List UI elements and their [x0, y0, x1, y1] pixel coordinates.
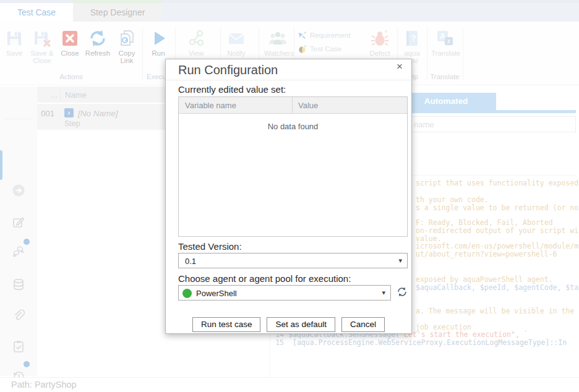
dialog-button-row: Run test case Set as default Cancel — [166, 317, 411, 332]
set-as-default-button[interactable]: Set as default — [267, 317, 335, 332]
value-set-table: Variable name Value No data found — [178, 96, 408, 237]
value-set-label: Currently edited value set: — [178, 84, 286, 95]
column-header-variable-name: Variable name — [185, 101, 236, 110]
run-test-case-button[interactable]: Run test case — [192, 317, 261, 332]
refresh-agents-button[interactable] — [396, 286, 410, 299]
tested-version-dropdown[interactable]: 0.1 ▾ — [178, 253, 408, 268]
tested-version-value: 0.1 — [185, 257, 196, 266]
dialog-title: Run Configuration — [178, 63, 278, 77]
chevron-down-icon: ▾ — [382, 289, 385, 297]
tested-version-label: Tested Version: — [178, 241, 242, 252]
agent-online-status-dot — [182, 289, 192, 298]
agent-dropdown[interactable]: PowerShell ▾ — [178, 285, 391, 300]
run-configuration-dialog: Run Configuration × Currently edited val… — [165, 59, 412, 334]
agent-label: Choose agent or agent pool for execution… — [178, 273, 351, 284]
cancel-button[interactable]: Cancel — [341, 317, 385, 332]
chevron-down-icon: ▾ — [398, 257, 402, 265]
app-window: Test Case Step Designer Save Save &Close — [0, 0, 579, 392]
agent-value: PowerShell — [196, 289, 237, 298]
empty-table-message: No data found — [179, 122, 407, 131]
value-set-table-header: Variable name Value — [179, 97, 407, 114]
dialog-title-divider — [166, 80, 411, 80]
column-header-value: Value — [298, 101, 318, 110]
column-divider — [292, 97, 293, 113]
refresh-icon — [396, 286, 408, 298]
close-icon[interactable]: × — [393, 61, 406, 75]
